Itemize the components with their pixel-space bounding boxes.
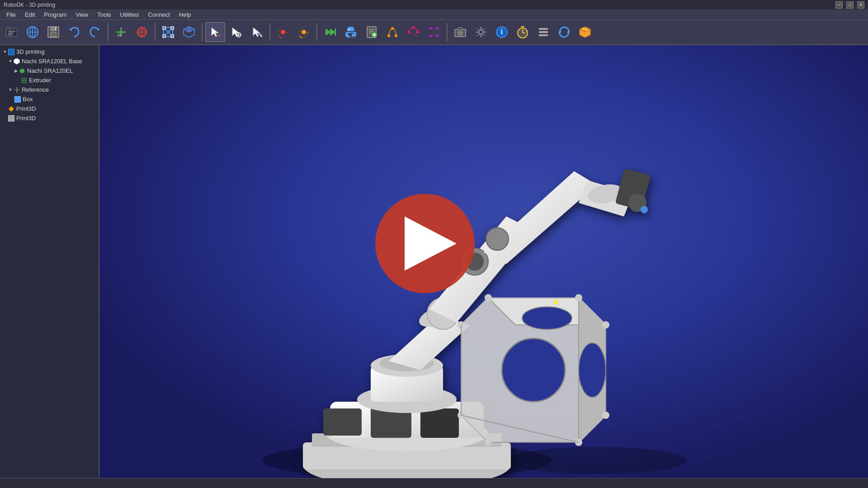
move-button[interactable] <box>226 22 246 42</box>
tree-item-nachi[interactable]: ▶ Nachi SRA120EL <box>0 66 99 75</box>
svg-rect-69 <box>539 28 548 30</box>
svg-point-60 <box>459 32 461 34</box>
svg-rect-89 <box>323 408 362 436</box>
menu-program[interactable]: Program <box>39 10 71 19</box>
svg-point-106 <box>511 347 556 393</box>
svg-rect-70 <box>539 31 548 33</box>
camera-button[interactable] <box>450 22 470 42</box>
sep-1 <box>108 23 108 41</box>
add-object-button[interactable] <box>111 22 131 42</box>
settings-button[interactable] <box>471 22 491 42</box>
svg-text:i: i <box>501 28 503 36</box>
box-label: Box <box>23 96 33 103</box>
svg-line-28 <box>218 35 220 37</box>
tree-item-print3d-1[interactable]: Print3D <box>0 104 99 113</box>
collision-warning-button[interactable] <box>273 22 293 42</box>
python-button[interactable] <box>341 22 361 42</box>
svg-point-17 <box>141 31 143 33</box>
tree-item-nachi-base[interactable]: ▼ Nachi SRA120EL Base <box>0 56 99 66</box>
3d-printing-label: 3D printing <box>16 48 45 55</box>
svg-point-111 <box>602 321 609 328</box>
save-button[interactable] <box>43 22 63 42</box>
svg-point-61 <box>479 30 483 34</box>
titlebar: RoboDK - 3D printing ─ □ ✕ <box>0 0 868 10</box>
nachi-base-label: Nachi SRA120EL Base <box>22 58 82 65</box>
box-icon <box>14 96 21 103</box>
fit-all-button[interactable] <box>158 22 178 42</box>
reference-label: Reference <box>22 86 49 93</box>
menu-tools[interactable]: Tools <box>93 10 115 19</box>
refresh-button[interactable] <box>554 22 574 42</box>
svg-rect-0 <box>6 28 17 37</box>
main-area: ▼ 3D printing ▼ Nachi SRA120EL Base ▶ Na… <box>0 45 868 478</box>
tree-item-reference[interactable]: ▼ Reference <box>0 85 99 94</box>
skip-forward-button[interactable] <box>320 22 340 42</box>
close-button[interactable]: ✕ <box>857 1 864 9</box>
tree-item-3d-printing[interactable]: ▼ 3D printing <box>0 47 99 56</box>
menubar: File Edit Program View Tools Utilities C… <box>0 10 868 20</box>
collision-on-button[interactable] <box>294 22 314 42</box>
nachi-icon <box>19 68 25 74</box>
svg-rect-9 <box>55 27 57 30</box>
svg-point-34 <box>302 30 306 34</box>
svg-point-107 <box>579 343 606 397</box>
title-text: RoboDK - 3D printing <box>4 2 55 8</box>
window-controls: ─ □ ✕ <box>835 1 864 9</box>
svg-rect-71 <box>539 34 548 36</box>
perspective-button[interactable] <box>179 22 199 42</box>
open-url-button[interactable] <box>23 22 42 42</box>
expand-icon: ▼ <box>8 59 13 64</box>
nachi-label: Nachi SRA120EL <box>27 67 73 74</box>
svg-point-83 <box>506 447 687 474</box>
expand-icon: ▶ <box>14 68 18 73</box>
menu-help[interactable]: Help <box>175 10 196 19</box>
add-program-button[interactable] <box>362 22 382 42</box>
svg-marker-10 <box>70 28 72 31</box>
rotate-button[interactable] <box>247 22 267 42</box>
redo-button[interactable] <box>85 22 105 42</box>
path-tool-1[interactable] <box>382 22 402 42</box>
svg-point-38 <box>349 29 350 30</box>
tree-item-print3d-2[interactable]: Print3D <box>0 113 99 123</box>
menu-edit[interactable]: Edit <box>20 10 39 19</box>
play-button-group <box>375 194 475 293</box>
undo-button[interactable] <box>64 22 84 42</box>
sep-3 <box>202 23 203 41</box>
extruder-label: Extruder <box>29 77 51 84</box>
sep-5 <box>316 23 317 41</box>
target-button[interactable] <box>132 22 152 42</box>
menu-utilities[interactable]: Utilities <box>116 10 144 19</box>
timer-button[interactable] <box>513 22 533 42</box>
menu-file[interactable]: File <box>2 10 20 19</box>
svg-line-53 <box>409 32 418 37</box>
sep-2 <box>155 23 156 41</box>
tree-item-box[interactable]: Box <box>0 94 99 104</box>
svg-marker-80 <box>9 106 14 112</box>
svg-point-33 <box>281 30 285 34</box>
sep-4 <box>269 23 270 41</box>
statusbar <box>0 478 868 488</box>
toolbar: i <box>0 20 868 45</box>
sep-6 <box>447 23 448 41</box>
tree-item-extruder[interactable]: Extruder <box>0 75 99 85</box>
open-file-button[interactable] <box>2 22 22 42</box>
path-tool-2[interactable] <box>403 22 423 42</box>
viewport[interactable] <box>99 45 868 478</box>
info-button[interactable]: i <box>492 22 512 42</box>
minimize-button[interactable]: ─ <box>835 1 843 9</box>
expand-icon: ▼ <box>8 87 13 92</box>
select-button[interactable] <box>205 22 225 42</box>
svg-rect-1 <box>6 28 11 29</box>
maximize-button[interactable]: □ <box>846 1 854 9</box>
layers-button[interactable] <box>533 22 553 42</box>
print3d-2-label: Print3D <box>16 115 36 122</box>
svg-point-104 <box>641 206 648 213</box>
package-button[interactable] <box>575 22 595 42</box>
robot-scene-svg <box>99 45 868 478</box>
path-tool-3[interactable] <box>424 22 444 42</box>
svg-point-100 <box>486 228 509 250</box>
svg-rect-8 <box>51 33 56 37</box>
menu-connect[interactable]: Connect <box>143 10 174 19</box>
menu-view[interactable]: View <box>71 10 93 19</box>
print3d-1-label: Print3D <box>16 105 36 112</box>
